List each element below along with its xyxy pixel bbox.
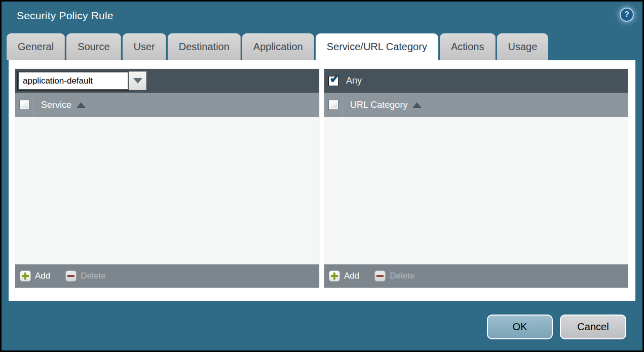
url-category-add-button[interactable]: Add [329, 270, 359, 282]
dialog-title: Security Policy Rule [17, 10, 113, 22]
tab-general[interactable]: General [7, 33, 65, 60]
any-checkbox-label: Any [346, 75, 362, 86]
any-checkbox[interactable] [328, 76, 338, 86]
service-select-all-checkbox[interactable] [19, 100, 29, 110]
service-panel: Service Add Delete [15, 69, 319, 288]
add-button-label: Add [344, 271, 359, 281]
title-bar: Security Policy Rule ? [2, 2, 642, 33]
url-category-list-empty[interactable] [324, 117, 628, 264]
url-category-footer: Add Delete [324, 264, 628, 288]
service-toolbar [15, 69, 319, 93]
ok-button[interactable]: OK [487, 315, 553, 339]
add-button-label: Add [35, 271, 50, 281]
service-column-label: Service [41, 100, 71, 110]
chevron-down-icon [133, 78, 142, 84]
tab-application[interactable]: Application [242, 33, 314, 60]
cancel-button[interactable]: Cancel [560, 315, 626, 339]
service-add-button[interactable]: Add [20, 270, 50, 282]
add-plus-icon [20, 270, 31, 282]
service-footer: Add Delete [15, 264, 319, 288]
service-table-header: Service [15, 93, 319, 117]
tab-destination[interactable]: Destination [168, 33, 241, 60]
help-icon[interactable]: ? [620, 8, 634, 22]
url-category-table-header: URL Category [324, 93, 628, 117]
url-category-delete-button[interactable]: Delete [374, 270, 414, 282]
column-divider [343, 93, 343, 117]
security-policy-rule-dialog: Security Policy Rule ? General Source Us… [0, 0, 644, 352]
service-delete-button[interactable]: Delete [65, 270, 105, 282]
add-plus-icon [329, 270, 340, 282]
sort-ascending-icon[interactable] [412, 102, 422, 108]
delete-minus-icon [374, 270, 386, 282]
column-divider [33, 93, 34, 117]
tab-actions[interactable]: Actions [440, 33, 496, 60]
service-list-empty[interactable] [15, 117, 319, 264]
tab-content: Service Add Delete Any [9, 60, 635, 301]
url-category-select-all-checkbox[interactable] [328, 100, 338, 110]
delete-button-label: Delete [81, 271, 105, 281]
delete-minus-icon [65, 270, 77, 282]
service-type-dropdown-button[interactable] [129, 71, 146, 90]
url-category-toolbar: Any [324, 69, 628, 93]
tab-source[interactable]: Source [66, 33, 121, 60]
tab-bar: General Source User Destination Applicat… [7, 33, 548, 60]
url-category-panel: Any URL Category Add Delete [324, 69, 628, 288]
tab-usage[interactable]: Usage [497, 33, 549, 60]
tab-user[interactable]: User [123, 33, 166, 60]
service-type-input[interactable] [18, 71, 129, 90]
delete-button-label: Delete [390, 271, 414, 281]
tab-service-url-category[interactable]: Service/URL Category [316, 33, 438, 60]
sort-ascending-icon[interactable] [77, 102, 86, 108]
dialog-action-buttons: OK Cancel [487, 315, 626, 339]
url-category-column-label: URL Category [350, 100, 407, 110]
